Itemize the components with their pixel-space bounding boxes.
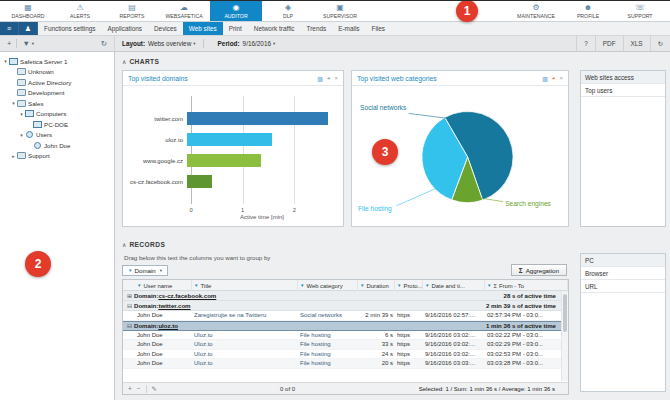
tree-item-development[interactable]: Development <box>0 88 114 99</box>
bar-www-google-cz[interactable] <box>187 154 261 167</box>
layout-select[interactable]: Webs overview <box>148 40 191 47</box>
top-nav-item-alerts[interactable]: ⚠ALERTS <box>54 0 106 21</box>
pie-leader-line <box>397 188 437 205</box>
column-header-duration[interactable]: ▼Duration <box>358 280 395 291</box>
tab-files[interactable]: Files <box>366 22 392 35</box>
period-select[interactable]: 9/16/2016 <box>243 40 271 47</box>
close-icon[interactable]: × <box>559 75 563 81</box>
record-row[interactable]: John DoeUloz.toFile hosting20 shttps9/16… <box>123 359 568 369</box>
tab-e-mails[interactable]: E-mails <box>332 22 365 35</box>
collapse-chevron-icon: ∧ <box>122 241 126 248</box>
tab-network-traffic[interactable]: Network traffic <box>248 22 301 35</box>
close-icon[interactable]: × <box>334 75 338 81</box>
tree-item-sales[interactable]: ▾Sales <box>0 98 114 109</box>
group-row-cs-cz-facebook-com[interactable]: ⊞Domain: cs-cz.facebook.com28 s of activ… <box>123 291 568 301</box>
filter-funnel-icon[interactable]: ▼ <box>397 283 401 288</box>
bar-chart-icon[interactable]: ▥ <box>542 75 548 82</box>
bar-uloz-to[interactable] <box>187 133 272 146</box>
filter-funnel-icon[interactable]: ▼ <box>487 283 491 288</box>
filter-funnel-icon[interactable]: ▼ <box>137 283 141 288</box>
column-header-web-category[interactable]: ▼Web category <box>298 280 358 291</box>
record-row[interactable]: John DoeZaregistrujte se na TwitteruSoci… <box>123 311 568 321</box>
tree-expander-icon[interactable]: ▾ <box>18 111 25 117</box>
column-header-from-to[interactable]: ▼ΣFrom - To <box>485 280 568 291</box>
scrollbar-thumb[interactable] <box>563 294 567 332</box>
add-icon[interactable]: + <box>3 39 15 48</box>
pdf-export-button[interactable]: PDF <box>595 36 623 51</box>
tree-item-unknown[interactable]: Unknown <box>0 67 114 78</box>
tab-functions-settings[interactable]: Functions settings <box>38 22 102 35</box>
top-nav-item-websafetica[interactable]: ☁WEBSAFETICA <box>158 0 210 21</box>
filter-funnel-icon[interactable]: ▼ <box>194 283 198 288</box>
tab-devices[interactable]: Devices <box>148 22 183 35</box>
tab-print[interactable]: Print <box>223 22 248 35</box>
tree-item-users[interactable]: ▾Users <box>0 130 114 141</box>
column-header-proto[interactable]: ▼Proto... <box>395 280 423 291</box>
column-header-title[interactable]: ▼Title <box>192 280 298 291</box>
pager[interactable]: 0 of 0 <box>280 386 295 392</box>
bar-cs-cz-facebook-com[interactable] <box>187 175 212 188</box>
group-row-uloz-to[interactable]: ⊟Domain: uloz.to1 min 36 s of active tim… <box>123 321 568 331</box>
tree-item-computers[interactable]: ▾Computers <box>0 109 114 120</box>
tree-expander-icon[interactable]: ▾ <box>10 100 17 106</box>
filter-funnel-icon[interactable]: ▼▾ <box>18 39 38 48</box>
remove-record-icon[interactable]: − <box>137 385 141 392</box>
widget-top-users[interactable]: Top users <box>581 84 665 97</box>
tree-expander-icon[interactable]: ▾ <box>18 132 25 138</box>
bar-twitter-com[interactable] <box>187 112 328 125</box>
tab-web-sites[interactable]: Web sites <box>183 22 223 35</box>
tree-item-active-directory[interactable]: Active Directory <box>0 77 114 88</box>
records-section-header[interactable]: ∧ RECORDS <box>122 239 569 250</box>
charts-section-header[interactable]: ∧ CHARTS <box>122 56 569 67</box>
tree-expander-icon[interactable]: ▾ <box>2 58 9 64</box>
widget-web-sites-access[interactable]: Web sites access <box>581 71 665 84</box>
reports-icon: ▤ <box>128 3 136 12</box>
pie-chart-icon[interactable]: ◕ <box>552 75 556 81</box>
filter-funnel-icon[interactable]: ▼ <box>360 283 364 288</box>
tab-trends[interactable]: Trends <box>301 22 333 35</box>
menu-icon[interactable]: ≡ <box>0 22 19 35</box>
group-collapse-icon[interactable]: ⊟ <box>125 302 134 309</box>
org-tree-icon[interactable]: ♟ <box>19 22 38 35</box>
filter-funnel-icon[interactable]: ▼ <box>300 283 304 288</box>
aggregation-button[interactable]: Σ Aggregation <box>511 264 567 276</box>
record-row[interactable]: John DoeUloz.toFile hosting33 shttps9/16… <box>123 340 568 350</box>
bar-track <box>187 129 333 150</box>
top-nav-item-dlp[interactable]: ◈DLP <box>262 0 314 21</box>
group-collapse-icon[interactable]: ⊞ <box>125 292 134 299</box>
bar-chart-icon[interactable]: ▥ <box>317 75 323 82</box>
field-pc[interactable]: PC <box>581 254 665 267</box>
top-nav-item-profile[interactable]: ☻PROFILE <box>562 0 614 21</box>
column-header-date-and-ti[interactable]: ▼Date and ti... <box>423 280 485 291</box>
tree-item-pc-doe[interactable]: PC-DOE <box>0 119 114 130</box>
top-nav-item-auditor[interactable]: ◉AUDITOR <box>210 0 262 21</box>
tab-applications[interactable]: Applications <box>102 22 148 35</box>
group-by-domain-chip[interactable]: ▼ Domain ▾ <box>122 265 168 276</box>
group-row-twitter-com[interactable]: ⊟Domain: twitter.com2 min 39 s of active… <box>123 301 568 311</box>
top-nav-item-reports[interactable]: ▤REPORTS <box>106 0 158 21</box>
tree-item-john-doe[interactable]: John Doe <box>0 140 114 151</box>
table-scrollbar[interactable] <box>561 292 568 381</box>
record-row[interactable]: John DoeUloz.toFile hosting24 shttps9/16… <box>123 350 568 360</box>
column-header-user-name[interactable]: ▼User name <box>135 280 192 291</box>
edit-record-icon[interactable]: ✎ <box>152 385 157 393</box>
field-url[interactable]: URL <box>581 280 665 293</box>
pie-chart-icon[interactable]: ◕ <box>327 75 331 81</box>
tree-item-label: PC-DOE <box>44 121 68 128</box>
tree-item-support[interactable]: ▸Support <box>0 151 114 162</box>
top-nav-item-dashboard[interactable]: ▦DASHBOARD <box>2 0 54 21</box>
tree-item-safetica-server-1[interactable]: ▾Safetica Server 1 <box>0 56 114 67</box>
record-row[interactable]: John DoeUloz.toFile hosting6 shttps9/16/… <box>123 331 568 341</box>
refresh-button[interactable]: ↻ <box>650 36 670 51</box>
add-record-icon[interactable]: + <box>128 385 132 392</box>
top-nav-item-maintenance[interactable]: ⚙MAINTENANCE <box>510 0 562 21</box>
help-button[interactable]: ? <box>576 36 595 51</box>
group-collapse-icon[interactable]: ⊟ <box>125 322 134 329</box>
xls-export-button[interactable]: XLS <box>623 36 650 51</box>
top-nav-item-support[interactable]: ☏SUPPORT <box>614 0 666 21</box>
filter-funnel-icon[interactable]: ▼ <box>425 283 429 288</box>
refresh-tree-icon[interactable]: ↻ <box>97 39 111 48</box>
top-nav-item-supervisor[interactable]: ▣SUPERVISOR <box>314 0 366 21</box>
tree-expander-icon[interactable]: ▸ <box>10 153 17 159</box>
field-browser[interactable]: Browser <box>581 267 665 280</box>
